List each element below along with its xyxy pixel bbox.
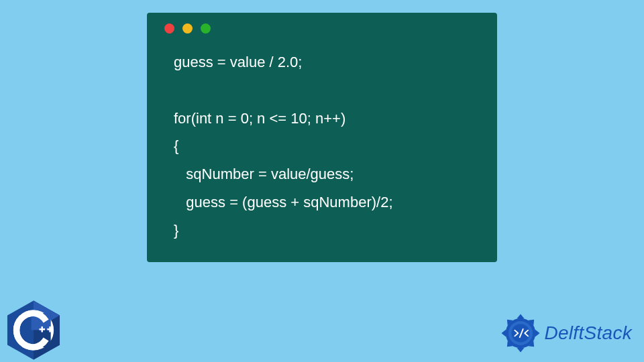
maximize-icon	[201, 23, 211, 34]
code-line: {	[174, 137, 178, 154]
delftstack-logo-icon	[500, 312, 541, 354]
svg-marker-17	[502, 329, 506, 337]
svg-marker-13	[535, 329, 540, 337]
code-block: guess = value / 2.0; for(int n = 0; n <=…	[162, 48, 482, 245]
code-line: guess = (guess + sqNumber)/2;	[174, 194, 393, 210]
cpp-logo-icon	[3, 298, 64, 362]
code-line: guess = value / 2.0;	[174, 54, 302, 70]
minimize-icon	[182, 23, 193, 34]
code-line: sqNumber = value/guess;	[174, 166, 354, 182]
svg-marker-11	[517, 314, 525, 318]
svg-rect-8	[41, 326, 43, 332]
window-traffic-lights	[164, 23, 482, 34]
code-line: }	[174, 222, 178, 239]
code-window: guess = value / 2.0; for(int n = 0; n <=…	[147, 13, 497, 262]
code-line: for(int n = 0; n <= 10; n++)	[174, 110, 345, 127]
svg-point-21	[512, 324, 530, 342]
svg-marker-15	[517, 348, 525, 353]
close-icon	[164, 23, 174, 34]
delftstack-brand: DelftStack	[500, 312, 632, 354]
svg-rect-10	[49, 326, 51, 332]
brand-name: DelftStack	[544, 322, 632, 344]
